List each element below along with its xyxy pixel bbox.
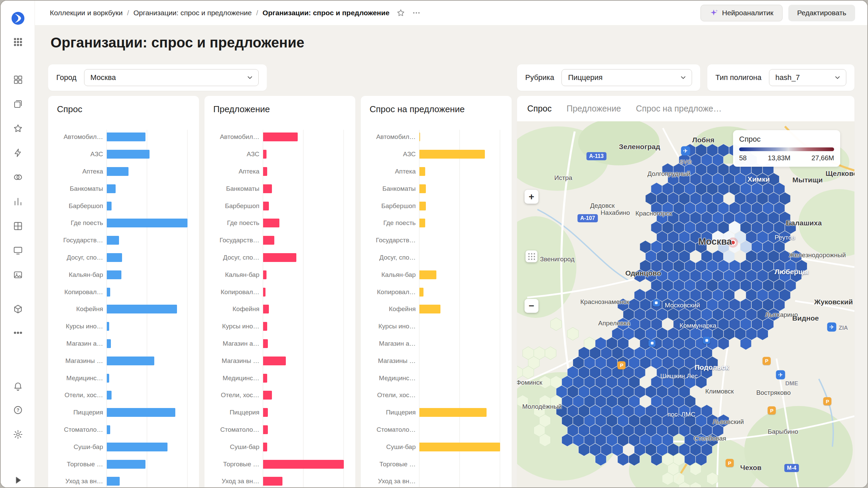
main-menu-icon[interactable] [1, 37, 35, 47]
bar[interactable] [419, 305, 440, 313]
datasets-icon[interactable] [1, 172, 35, 182]
bar[interactable] [107, 322, 109, 331]
bar[interactable] [263, 460, 344, 469]
bar[interactable] [107, 133, 145, 141]
bar[interactable] [263, 443, 267, 451]
bar[interactable] [263, 202, 269, 210]
bar[interactable] [107, 425, 110, 434]
poi-marker-blue[interactable] [649, 340, 656, 347]
bar[interactable] [107, 253, 122, 262]
poi-marker-orange[interactable]: P [726, 459, 734, 467]
bar[interactable] [419, 167, 425, 176]
bar[interactable] [263, 305, 269, 313]
bar[interactable] [263, 322, 267, 331]
bar[interactable] [419, 184, 426, 193]
bar[interactable] [107, 408, 175, 417]
zoom-in-button[interactable]: + [525, 190, 538, 204]
page-title: Организации: спрос и предложение [51, 35, 304, 51]
edit-button[interactable]: Редактировать [788, 5, 855, 21]
bar[interactable] [107, 443, 167, 451]
poi-marker-orange[interactable]: P [763, 357, 771, 365]
bar[interactable] [263, 184, 272, 193]
bar[interactable] [263, 357, 286, 365]
poi-marker-orange[interactable]: P [823, 397, 831, 405]
bar[interactable] [263, 391, 272, 400]
bar[interactable] [263, 270, 267, 279]
gallery-icon[interactable] [1, 270, 35, 280]
services-icon[interactable] [1, 304, 35, 314]
rubric-select[interactable]: Пиццерия [561, 69, 692, 86]
neuro-analyst-button[interactable]: Нейроаналитик [701, 5, 783, 21]
bar[interactable] [107, 477, 120, 486]
poi-marker-blue[interactable] [703, 337, 710, 344]
map-area[interactable]: Спрос 58 13,83M 27,66M + − ЛобняЗеленогр… [517, 121, 854, 487]
map-ruler-button[interactable] [526, 250, 537, 262]
bar[interactable] [107, 270, 121, 279]
bar[interactable] [107, 184, 116, 193]
bar[interactable] [263, 236, 274, 245]
bar[interactable] [263, 167, 267, 176]
bar-row: Магазины … [56, 352, 191, 369]
bar[interactable] [107, 391, 112, 400]
settings-icon[interactable] [1, 429, 35, 440]
map-tab-demand[interactable]: Спрос [527, 104, 552, 114]
bar[interactable] [263, 150, 267, 159]
bar[interactable] [263, 133, 298, 141]
editor-icon[interactable] [1, 245, 35, 256]
poi-marker-blue[interactable] [653, 299, 660, 306]
map-tab-demand-to-supply[interactable]: Спрос на предложе… [636, 104, 722, 114]
favorite-star-icon[interactable] [396, 8, 405, 17]
bar[interactable] [419, 133, 420, 141]
polygon-type-select[interactable]: hash_7 [769, 69, 846, 86]
category-label: Кофейня [369, 305, 419, 313]
bar[interactable] [419, 288, 423, 297]
more-icon[interactable] [1, 328, 35, 338]
help-icon[interactable]: ? [1, 405, 35, 415]
bar[interactable] [263, 408, 268, 417]
breadcrumb-workbook[interactable]: Организации: спрос и предложение [133, 9, 252, 17]
bar[interactable] [263, 219, 279, 227]
bar-row: Государств… [213, 232, 347, 249]
favorites-icon[interactable] [1, 123, 35, 134]
map-tab-supply[interactable]: Предложение [567, 104, 621, 114]
bar[interactable] [419, 408, 487, 417]
city-select[interactable]: Москва [84, 69, 259, 86]
bar[interactable] [419, 150, 485, 159]
bar[interactable] [107, 288, 110, 297]
bar[interactable] [263, 425, 268, 434]
datalens-logo-icon[interactable] [1, 11, 35, 26]
bar[interactable] [263, 253, 296, 262]
bar[interactable] [107, 357, 154, 365]
bar[interactable] [263, 477, 282, 486]
bar[interactable] [419, 219, 425, 227]
bar[interactable] [107, 219, 188, 227]
bar[interactable] [263, 374, 267, 383]
bar[interactable] [107, 460, 145, 469]
charts-icon[interactable] [1, 197, 35, 207]
bar[interactable] [107, 374, 109, 383]
dashboards-icon[interactable] [1, 221, 35, 231]
notifications-icon[interactable] [1, 381, 35, 391]
sidebar-expand-icon[interactable] [1, 475, 35, 485]
workbooks-icon[interactable] [1, 99, 35, 109]
connections-icon[interactable] [1, 148, 35, 158]
bar[interactable] [107, 150, 150, 159]
poi-marker-orange[interactable]: P [617, 361, 626, 369]
bar[interactable] [263, 288, 265, 297]
bar[interactable] [419, 270, 436, 279]
more-actions-icon[interactable] [412, 8, 421, 17]
bar[interactable] [107, 305, 177, 313]
bar[interactable] [107, 202, 112, 210]
bar-zone [263, 253, 347, 262]
bar[interactable] [419, 443, 500, 451]
zoom-out-button[interactable]: − [525, 299, 538, 313]
bar[interactable] [419, 202, 426, 210]
poi-marker-orange[interactable]: P [768, 406, 776, 414]
bar[interactable] [107, 167, 129, 176]
bar[interactable] [107, 339, 111, 348]
collections-icon[interactable] [1, 75, 35, 85]
breadcrumb-collections[interactable]: Коллекции и воркбуки [50, 9, 123, 17]
bar[interactable] [107, 236, 119, 245]
bar[interactable] [263, 339, 268, 348]
bar-zone [263, 305, 347, 313]
